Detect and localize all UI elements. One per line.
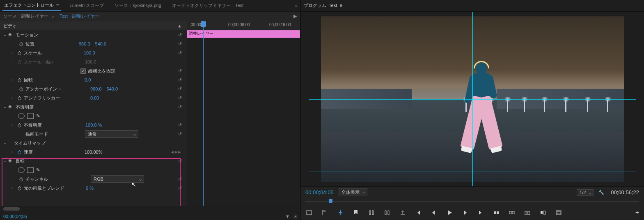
opacity-value[interactable]: 100.0 % [85, 122, 102, 127]
stopwatch-icon[interactable] [16, 149, 22, 155]
time-ruler[interactable]: ;00;00 00;00;08;00 00;00;16;00 [187, 21, 300, 30]
twirl-icon[interactable]: ⌄ [3, 141, 8, 145]
reset-icon[interactable]: ↺ [178, 104, 183, 110]
stopwatch-icon[interactable] [16, 77, 22, 83]
current-timecode[interactable]: 00;00;04;05 [305, 189, 334, 195]
reset-icon[interactable]: ↺ [178, 159, 183, 164]
stopwatch-icon[interactable] [18, 176, 24, 182]
mini-playhead-icon[interactable] [329, 199, 332, 203]
stopwatch-icon[interactable] [16, 185, 22, 191]
reset-icon[interactable]: ↺ [178, 77, 183, 83]
tab-audio-mixer[interactable]: オーディオクリップミキサー：Test [170, 1, 245, 10]
button-editor-icon[interactable]: + [635, 209, 639, 216]
fx-toggle-icon[interactable]: ◉ [8, 104, 14, 110]
playhead-icon[interactable] [201, 21, 206, 27]
twirl-icon[interactable]: ⌄ [3, 159, 8, 163]
clip-bar[interactable]: 調整レイヤー [187, 30, 300, 38]
reset-icon[interactable]: ↺ [178, 186, 183, 191]
play-icon[interactable] [446, 209, 453, 216]
reset-icon[interactable]: ↺ [178, 50, 183, 56]
twirl-icon[interactable]: › [11, 96, 16, 100]
step-back-icon[interactable] [415, 209, 422, 216]
twirl-icon[interactable]: › [11, 78, 16, 82]
rect-mask-icon[interactable] [27, 167, 34, 173]
position-y-value[interactable]: 540.0 [95, 41, 107, 46]
sequence-clip-label[interactable]: Test・調整レイヤー [60, 13, 99, 19]
horizontal-scrollbar[interactable] [0, 206, 300, 212]
marker-icon[interactable] [352, 209, 360, 216]
reset-icon[interactable]: ↺ [178, 32, 183, 38]
play-only-arrow-icon[interactable]: ▶ [293, 14, 297, 19]
anchor-y-value[interactable]: 540.0 [107, 86, 118, 91]
twirl-icon[interactable]: › [11, 150, 16, 154]
mark-out-icon[interactable] [337, 209, 344, 216]
stopwatch-icon[interactable] [18, 86, 24, 92]
reset-icon[interactable]: ↺ [178, 41, 183, 47]
go-to-out-icon[interactable] [383, 209, 391, 216]
stopwatch-icon[interactable] [18, 41, 24, 47]
stopwatch-icon[interactable] [16, 122, 22, 128]
footer-timecode[interactable]: 00;00;04;05 [3, 214, 27, 219]
panel-overflow-icon[interactable]: » [295, 3, 298, 8]
pen-mask-icon[interactable]: ✎ [36, 167, 40, 173]
motion-effect-row[interactable]: ⌄ ◉ モーション ↺ [0, 30, 187, 39]
time-remap-row[interactable]: ⌄ タイムリマップ [0, 138, 187, 147]
safe-margins-icon[interactable] [555, 209, 562, 216]
twirl-icon[interactable]: › [11, 123, 16, 127]
twirl-icon[interactable]: › [11, 51, 16, 55]
scale-value[interactable]: 100.0 [84, 50, 95, 55]
keyframe-nav[interactable]: ◀◆▶ [171, 150, 181, 154]
settings-wrench-icon[interactable]: 🔧 [598, 190, 604, 195]
antiflicker-value[interactable]: 0.00 [90, 95, 99, 100]
reset-icon[interactable]: ↺ [178, 122, 183, 128]
stopwatch-icon[interactable] [16, 95, 22, 101]
zoom-dropdown[interactable]: 全体表示 [339, 188, 367, 196]
frame-forward-icon[interactable] [461, 209, 469, 216]
reset-icon[interactable]: ↺ [178, 68, 183, 74]
uniform-scale-checkbox[interactable]: ✓ [80, 68, 86, 74]
invert-effect-row[interactable]: ⌄ ◉ 反転 ↺ [0, 156, 187, 166]
reset-icon[interactable]: ↺ [178, 132, 183, 137]
new-bin-icon[interactable]: ⎘ [294, 214, 297, 219]
blend-original-value[interactable]: 0 % [86, 186, 94, 191]
ellipse-mask-icon[interactable] [18, 113, 25, 119]
position-x-value[interactable]: 960.0 [79, 41, 90, 46]
rotation-value[interactable]: 0.0 [85, 77, 91, 82]
program-mini-timeline[interactable] [305, 198, 639, 205]
effect-timeline[interactable]: ;00;00 00;00;08;00 00;00;16;00 調整レイヤー [187, 21, 300, 206]
tab-lumetri-scopes[interactable]: Lumetri スコープ [68, 1, 106, 10]
frame-back-icon[interactable] [430, 209, 438, 216]
stopwatch-icon[interactable] [16, 50, 22, 56]
channel-dropdown[interactable]: RGB [91, 175, 144, 183]
reset-icon[interactable]: ↺ [178, 86, 183, 92]
opacity-effect-row[interactable]: ⌄ ◉ 不透明度 ↺ [0, 102, 187, 111]
collapse-icon[interactable]: ▲ [177, 23, 183, 28]
extract-icon[interactable] [508, 209, 516, 216]
twirl-icon[interactable]: › [11, 186, 16, 190]
mark-in-icon[interactable] [321, 209, 328, 216]
resolution-dropdown[interactable]: 1/2 [577, 189, 594, 196]
program-monitor[interactable] [321, 16, 624, 182]
tab-source[interactable]: ソース：syosinsya.png [113, 1, 163, 10]
motion-label: モーション [16, 32, 38, 38]
reset-icon[interactable]: ↺ [178, 177, 183, 182]
add-marker-icon[interactable] [305, 209, 313, 216]
rect-mask-icon[interactable] [27, 113, 34, 119]
tab-effect-controls[interactable]: エフェクトコントロール ≡ [2, 0, 61, 11]
filter-icon[interactable]: ▼ [285, 214, 290, 219]
export-frame-icon[interactable] [399, 209, 406, 216]
fx-toggle-icon[interactable]: ◉ [8, 158, 14, 164]
anchor-x-value[interactable]: 960.0 [90, 86, 102, 91]
pen-mask-icon[interactable]: ✎ [36, 113, 40, 119]
step-forward-icon[interactable] [477, 209, 484, 216]
reset-icon[interactable]: ↺ [178, 95, 183, 101]
lift-icon[interactable] [493, 209, 500, 216]
camera-icon[interactable] [524, 209, 531, 216]
twirl-icon[interactable]: ⌄ [3, 105, 8, 109]
go-to-in-icon[interactable] [368, 209, 375, 216]
blend-mode-dropdown[interactable]: 通常 [85, 130, 138, 138]
fx-toggle-icon[interactable]: ◉ [8, 32, 14, 38]
ellipse-mask-icon[interactable] [18, 167, 25, 173]
comparison-icon[interactable] [539, 209, 547, 216]
twirl-icon[interactable]: ⌄ [3, 33, 8, 37]
